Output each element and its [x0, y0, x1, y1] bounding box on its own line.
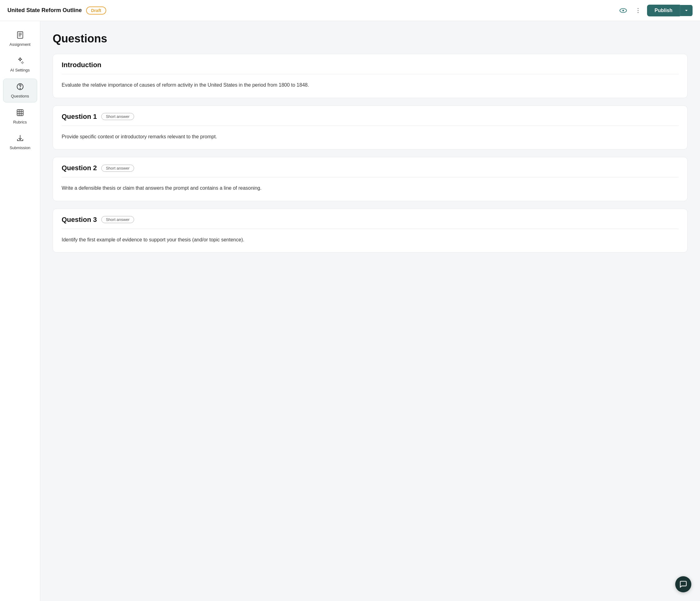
main-content: Questions Introduction Evaluate the rela… — [40, 21, 700, 601]
question-1-header: Question 1 Short answer — [53, 106, 687, 121]
assignment-icon — [16, 31, 24, 40]
more-options-icon — [635, 7, 642, 14]
question-2-title: Question 2 — [61, 164, 97, 172]
questions-icon — [16, 83, 24, 92]
sidebar-item-rubrics[interactable]: Rubrics — [3, 105, 37, 128]
ai-settings-icon — [16, 57, 24, 66]
sidebar-item-questions[interactable]: Questions — [3, 79, 37, 102]
body: Assignment AI Settings Questions — [0, 21, 700, 601]
chat-icon — [679, 580, 687, 588]
more-options-button[interactable] — [633, 5, 643, 16]
publish-group: Publish — [647, 5, 693, 17]
sidebar-rubrics-label: Rubrics — [13, 120, 27, 124]
svg-point-10 — [20, 88, 21, 89]
publish-dropdown-button[interactable] — [680, 5, 693, 16]
question-3-header: Question 3 Short answer — [53, 209, 687, 224]
question-2-body: Write a defensible thesis or claim that … — [53, 177, 687, 201]
question-3-title: Question 3 — [61, 216, 97, 224]
preview-button[interactable] — [617, 5, 629, 17]
sidebar-item-submission[interactable]: Submission — [3, 131, 37, 154]
question-2-header: Question 2 Short answer — [53, 157, 687, 172]
sidebar-item-assignment[interactable]: Assignment — [3, 27, 37, 50]
rubrics-icon — [16, 109, 24, 118]
header-right: Publish — [617, 5, 693, 17]
sidebar-assignment-label: Assignment — [9, 42, 31, 47]
question-3-body: Identify the first example of evidence t… — [53, 229, 687, 253]
publish-button[interactable]: Publish — [647, 5, 680, 17]
svg-point-2 — [638, 8, 639, 9]
svg-point-3 — [638, 10, 639, 11]
sidebar-submission-label: Submission — [9, 146, 30, 150]
svg-point-1 — [623, 9, 624, 11]
svg-rect-5 — [17, 31, 23, 38]
introduction-card-header: Introduction — [53, 54, 687, 69]
introduction-card: Introduction Evaluate the relative impor… — [53, 54, 688, 98]
sidebar: Assignment AI Settings Questions — [0, 21, 40, 601]
sidebar-questions-label: Questions — [11, 94, 29, 98]
introduction-body: Evaluate the relative importance of caus… — [53, 74, 687, 98]
introduction-title: Introduction — [61, 61, 101, 69]
draft-badge: Draft — [86, 6, 106, 15]
question-2-badge: Short answer — [101, 165, 134, 172]
page-title: Questions — [53, 32, 688, 45]
header-left: United State Reform Outline Draft — [7, 6, 106, 15]
chevron-down-icon — [684, 8, 689, 13]
header: United State Reform Outline Draft Publis… — [0, 0, 700, 21]
question-3-badge: Short answer — [101, 216, 134, 223]
page-document-title: United State Reform Outline — [7, 7, 82, 14]
question-1-body: Provide specific context or introductory… — [53, 126, 687, 150]
svg-point-4 — [638, 12, 639, 13]
sidebar-item-ai-settings[interactable]: AI Settings — [3, 53, 37, 76]
submission-icon — [16, 134, 24, 143]
eye-icon — [619, 6, 627, 15]
question-1-card: Question 1 Short answer Provide specific… — [53, 106, 688, 150]
chat-bubble-button[interactable] — [675, 576, 691, 592]
question-1-badge: Short answer — [101, 113, 134, 120]
question-3-card: Question 3 Short answer Identify the fir… — [53, 209, 688, 253]
svg-rect-11 — [17, 109, 23, 116]
question-1-title: Question 1 — [61, 113, 97, 121]
question-2-card: Question 2 Short answer Write a defensib… — [53, 157, 688, 201]
sidebar-ai-settings-label: AI Settings — [10, 68, 30, 72]
